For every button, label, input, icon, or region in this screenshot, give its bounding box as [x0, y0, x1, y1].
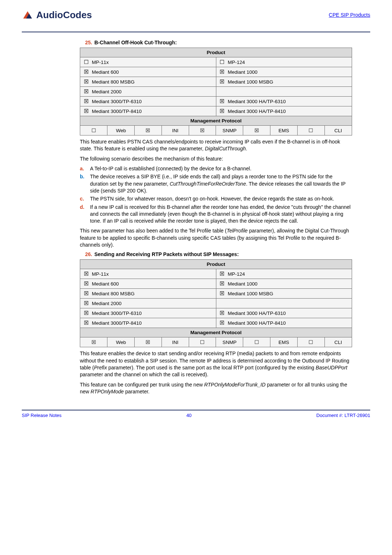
header-divider — [22, 32, 370, 32]
item-25: 25. B-Channel Off-Hook Cut-Through: Prod… — [80, 40, 352, 248]
item26-para1: This feature enables the device to start… — [80, 350, 352, 378]
table-row: ☒Mediant 3000/TP-8410☒Mediant 3000 HA/TP… — [80, 106, 352, 116]
table-row: ☒Mediant 800 MSBG☒Mediant 1000 MSBG — [80, 77, 352, 87]
table-row: ☒Mediant 3000/TP-8410☒Mediant 3000 HA/TP… — [80, 318, 352, 328]
table-row: ☒Mediant 2000 — [80, 87, 352, 97]
product-table-25: Product ☐MP-11x☐MP-124 ☒Mediant 600☒Medi… — [80, 48, 352, 135]
item-title: Sending and Receiving RTP Packets withou… — [94, 251, 239, 257]
item-number: 25. — [80, 40, 92, 45]
mgmt-protocol-row: ☒ Web ☒ INI ☐ SNMP ☐ EMS ☐ CLI — [80, 337, 352, 347]
table-row: ☒Mediant 600☒Mediant 1000 — [80, 67, 352, 77]
item-26: 26. Sending and Receiving RTP Packets wi… — [80, 251, 352, 395]
table-row: ☒Mediant 3000/TP-6310☒Mediant 3000 HA/TP… — [80, 97, 352, 106]
page-footer: SIP Release Notes 40 Document #: LTRT-26… — [22, 410, 370, 418]
footer-left: SIP Release Notes — [22, 413, 62, 418]
table-row: ☒Mediant 2000 — [80, 299, 352, 308]
item25-para3: This new parameter has also been added t… — [80, 227, 352, 248]
item25-para1: This feature enables PSTN CAS channels/e… — [80, 138, 352, 153]
list-item: c.The PSTN side, for whatever reason, do… — [80, 195, 352, 202]
logo-text: AudioCodes — [36, 9, 92, 21]
item25-para2: The following scenario describes the mec… — [80, 155, 352, 162]
logo: AudioCodes — [22, 9, 92, 21]
table-row: ☒MP-11x☒MP-124 — [80, 269, 352, 279]
mgmt-header: Management Protocol — [80, 328, 352, 337]
list-item: a.A Tel-to-IP call is established (conne… — [80, 165, 352, 172]
product-table-26: Product ☒MP-11x☒MP-124 ☒Mediant 600☒Medi… — [80, 259, 352, 347]
logo-icon — [22, 9, 33, 21]
item-number: 26. — [80, 251, 92, 257]
footer-doc-number: Document #: LTRT-26901 — [317, 413, 370, 418]
mgmt-protocol-row: ☐ Web ☒ INI ☒ SNMP ☒ EMS ☐ CLI — [80, 126, 352, 135]
footer-page-number: 40 — [186, 413, 191, 418]
list-item: d.If a new IP call is received for this … — [80, 204, 352, 225]
table-row: ☒Mediant 3000/TP-6310☒Mediant 3000 HA/TP… — [80, 308, 352, 318]
item-25-heading: 25. B-Channel Off-Hook Cut-Through: — [80, 40, 352, 45]
table-header: Product — [80, 260, 352, 269]
table-row: ☒Mediant 800 MSBG☒Mediant 1000 MSBG — [80, 289, 352, 299]
table-row: ☐MP-11x☐MP-124 — [80, 57, 352, 67]
item-26-heading: 26. Sending and Receiving RTP Packets wi… — [80, 251, 352, 257]
table-header: Product — [80, 48, 352, 57]
product-link[interactable]: CPE SIP Products — [329, 12, 370, 18]
item25-list: a.A Tel-to-IP call is established (conne… — [80, 165, 352, 225]
mgmt-header: Management Protocol — [80, 116, 352, 126]
list-item: b.The device receives a SIP BYE (i.e., I… — [80, 173, 352, 194]
item-title: B-Channel Off-Hook Cut-Through: — [94, 40, 177, 45]
item26-para2: This feature can be configured per trunk… — [80, 381, 352, 396]
page-header: AudioCodes CPE SIP Products — [22, 9, 370, 21]
table-row: ☒Mediant 600☒Mediant 1000 — [80, 279, 352, 289]
